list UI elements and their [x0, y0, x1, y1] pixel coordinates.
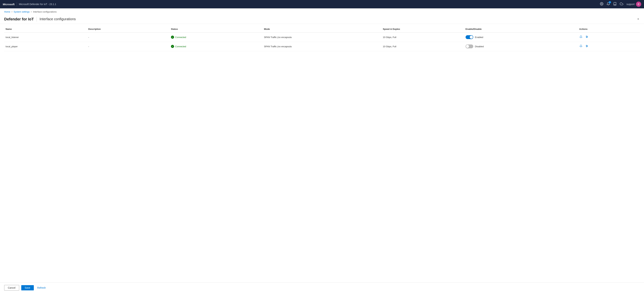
settings-icon-button-0[interactable]: [585, 35, 588, 39]
book-icon: [613, 2, 617, 6]
user-avatar: C: [636, 2, 641, 7]
svg-point-10: [586, 45, 587, 46]
settings-icon-button-1[interactable]: [585, 44, 588, 49]
col-header-name: Name: [4, 25, 87, 33]
user-menu[interactable]: support C: [626, 2, 641, 7]
notification-icon-wrap[interactable]: 0: [606, 2, 610, 7]
breadcrumb-sep-1: >: [11, 11, 13, 13]
cell-desc-1: -: [87, 42, 170, 51]
bell-action-icon-0: [580, 35, 582, 38]
book-icon-wrap[interactable]: [613, 2, 617, 7]
page-subtitle: Interface configurations: [40, 17, 76, 21]
cell-status-1: ✓ Connected: [170, 42, 262, 51]
cell-toggle-0: Enabled: [464, 33, 578, 42]
cell-actions-1: [578, 42, 640, 51]
cell-mode-0: SPAN Traffic (no encapsula: [262, 33, 382, 42]
app-title: Microsoft Defender for IoT - 23.1.1: [19, 3, 56, 6]
col-header-speed: Speed & Duplex: [382, 25, 464, 33]
toggle-label-1: Disabled: [475, 45, 484, 48]
alert-icon-button-1[interactable]: [579, 44, 583, 49]
svg-point-11: [587, 46, 588, 46]
cell-desc-0: -: [87, 33, 170, 42]
svg-point-5: [587, 37, 588, 37]
settings-icon-wrap[interactable]: [600, 2, 604, 7]
toggle-button-1[interactable]: [466, 45, 473, 48]
table-row: local_player - ✓ Connected SPAN Traffic …: [4, 42, 640, 51]
cloud-icon-wrap[interactable]: [620, 2, 623, 7]
col-header-status: Status: [170, 25, 262, 33]
svg-point-4: [586, 36, 587, 37]
cell-speed-0: 10 Gbps, Full: [382, 33, 464, 42]
table-row: local_listener - ✓ Connected SPAN Traffi…: [4, 33, 640, 42]
cell-toggle-1: Disabled: [464, 42, 578, 51]
alert-icon-button-0[interactable]: [579, 35, 583, 39]
col-header-actions: Actions: [578, 25, 640, 33]
brand-logo: Microsoft: [3, 3, 15, 6]
cell-speed-1: 10 Gbps, Full: [382, 42, 464, 51]
col-header-description: Description: [87, 25, 170, 33]
page-header: Defender for IoT Interface configuration…: [0, 14, 644, 24]
breadcrumb-home[interactable]: Home: [4, 11, 10, 13]
bell-action-icon-1: [580, 45, 582, 48]
toggle-button-0[interactable]: [466, 35, 473, 39]
breadcrumb-sep-2: >: [31, 11, 32, 13]
page-title: Defender for IoT: [4, 17, 34, 22]
breadcrumb-current: Interface configurations: [33, 11, 57, 13]
sliders-action-icon-1: [586, 45, 588, 48]
notification-badge: 0: [609, 1, 611, 4]
col-header-mode: Mode: [262, 25, 382, 33]
svg-point-6: [586, 37, 587, 38]
toggle-label-0: Enabled: [475, 36, 483, 39]
settings-icon: [600, 2, 604, 6]
svg-point-12: [586, 47, 587, 47]
status-dot-0: ✓: [171, 36, 174, 39]
breadcrumb-system-settings[interactable]: System settings: [14, 11, 30, 13]
breadcrumb: Home > System settings > Interface confi…: [0, 8, 644, 14]
nav-right-actions: 0 support C: [600, 2, 641, 7]
cell-mode-1: SPAN Traffic (no encapsula: [262, 42, 382, 51]
cell-status-0: ✓ Connected: [170, 33, 262, 42]
cell-name-1: local_player: [4, 42, 87, 51]
main-content: Name Description Status Mode Speed & Dup…: [0, 25, 644, 51]
interface-table: Name Description Status Mode Speed & Dup…: [4, 25, 640, 51]
col-header-enable: Enable/Disable: [464, 25, 578, 33]
status-dot-1: ✓: [171, 45, 174, 48]
nav-divider: [17, 2, 17, 6]
table-header-row: Name Description Status Mode Speed & Dup…: [4, 25, 640, 33]
toggle-knob-0: [470, 36, 473, 39]
cloud-icon: [620, 2, 623, 6]
cell-name-0: local_listener: [4, 33, 87, 42]
cell-actions-0: [578, 33, 640, 42]
status-text-1: Connected: [175, 45, 186, 48]
page-header-divider: [36, 17, 37, 22]
svg-point-0: [601, 3, 602, 4]
user-name: support: [626, 3, 634, 6]
top-navigation: Microsoft Microsoft Defender for IoT - 2…: [0, 0, 644, 8]
toggle-knob-1: [466, 45, 469, 48]
close-button[interactable]: ×: [636, 17, 640, 22]
sliders-action-icon-0: [586, 35, 588, 38]
status-text-0: Connected: [175, 36, 186, 39]
